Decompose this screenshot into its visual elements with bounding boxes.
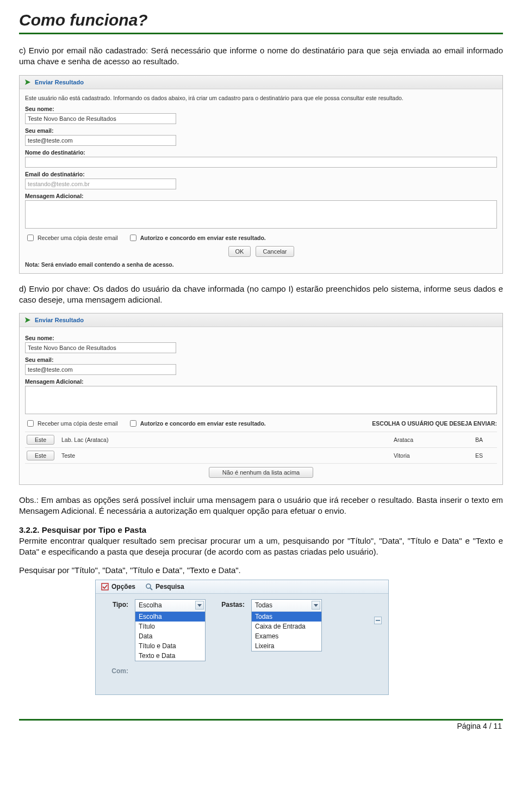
paragraph-d: d) Envio por chave: Os dados do usuário … (19, 284, 503, 306)
user-name: Lab. Lac (Arataca) (61, 436, 388, 443)
tipo-opt[interactable]: Título (135, 622, 205, 631)
paragraph-c: c) Envio por email não cadastrado: Será … (19, 45, 503, 67)
select-pastas-value: Todas (255, 601, 272, 609)
pastas-opt[interactable]: Exames (252, 631, 321, 641)
chk-copia-1-label: Receber uma cópia deste email (38, 235, 118, 241)
pesquisar-line: Pesquisar por "Título", "Data", "Título … (19, 565, 503, 576)
input-seu-nome-2[interactable] (25, 342, 176, 353)
label-email-dest: Email do destinatário: (25, 171, 497, 177)
label-tipo: Tipo: (102, 599, 128, 608)
este-button-0[interactable]: Este (27, 435, 54, 445)
svg-marker-0 (25, 79, 30, 85)
sec-322-title: 3.2.2. Pesquisar por Tipo e Pasta (19, 525, 146, 534)
collapse-icon[interactable] (374, 617, 382, 624)
send-arrow-icon (24, 316, 32, 324)
chk-autorizo-1[interactable]: Autorizo e concordo em enviar este resul… (128, 233, 266, 243)
svg-marker-6 (197, 604, 202, 607)
user-uf: ES (475, 452, 497, 459)
user-city: Vitoria (394, 452, 470, 459)
tab-opcoes-label: Opções (111, 583, 135, 590)
choose-user-label: ESCOLHA O USUÁRIO QUE DESEJA ENVIAR: (372, 420, 497, 427)
select-pastas[interactable]: Todas Todas Caixa de Entrada Exames Lixe… (251, 599, 322, 651)
label-msg-1: Mensagem Adicional: (25, 193, 497, 199)
panel-enviar-resultado-2: Enviar Resultado Seu nome: Seu email: Me… (19, 313, 503, 485)
user-city: Arataca (394, 436, 470, 443)
sec-322: 3.2.2. Pesquisar por Tipo e Pasta Permit… (19, 525, 503, 558)
chevron-down-icon[interactable] (312, 601, 320, 610)
chk-copia-2-label: Receber uma cópia deste email (38, 420, 118, 427)
ok-button-1[interactable]: OK (228, 246, 251, 257)
none-button[interactable]: Não é nenhum da lista acima (209, 467, 313, 478)
tipo-opt[interactable]: Escolha (135, 612, 205, 622)
chk-copia-1-box[interactable] (27, 235, 34, 241)
pastas-opt[interactable]: Caixa de Entrada (252, 622, 321, 631)
title-rule (19, 33, 503, 34)
page-footer: Página 4 / 11 (19, 722, 503, 730)
panel1-info: Este usuário não está cadastrado. Inform… (25, 95, 497, 101)
send-arrow-icon (24, 78, 32, 86)
label-seu-email-2: Seu email: (25, 356, 497, 363)
pastas-opt[interactable]: Lixeira (252, 641, 321, 651)
input-nome-dest[interactable] (25, 157, 497, 168)
label-seu-nome-2: Seu nome: (25, 335, 497, 341)
panel2-header: Enviar Resultado (20, 313, 502, 327)
label-seu-email-1: Seu email: (25, 127, 497, 134)
select-tipo[interactable]: Escolha Escolha Título Data Título e Dat… (135, 599, 206, 661)
cancel-button-1[interactable]: Cancelar (256, 246, 294, 257)
select-pastas-options: Todas Caixa de Entrada Exames Lixeira (252, 612, 321, 651)
input-seu-nome-1[interactable] (25, 113, 176, 124)
sec-322-body: Permite encontrar qualquer resultado sem… (19, 536, 503, 556)
chk-copia-1[interactable]: Receber uma cópia deste email (25, 233, 118, 243)
label-msg-2: Mensagem Adicional: (25, 378, 497, 385)
footer-rule (19, 719, 503, 721)
tipo-opt[interactable]: Data (135, 631, 205, 641)
page-title: Como funciona? (19, 11, 503, 29)
options-icon (101, 583, 109, 590)
select-tipo-options: Escolha Título Data Título e Data Texto … (135, 612, 205, 661)
tipo-opt[interactable]: Texto e Data (135, 651, 205, 661)
panel-enviar-resultado-1: Enviar Resultado Este usuário não está c… (19, 75, 503, 274)
svg-rect-5 (376, 620, 380, 621)
search-tabs: Opções Pesquisa (96, 580, 388, 594)
label-seu-nome-1: Seu nome: (25, 106, 497, 112)
textarea-msg-2[interactable] (25, 386, 497, 414)
panel2-title: Enviar Resultado (35, 317, 84, 323)
tipo-opt[interactable]: Título e Data (135, 641, 205, 651)
label-pastas: Pastas: (212, 599, 245, 608)
label-nome-dest: Nome do destinatário: (25, 149, 497, 156)
obs-paragraph: Obs.: Em ambas as opções será possível i… (19, 495, 503, 517)
chk-autorizo-1-label: Autorizo e concordo em enviar este resul… (140, 235, 266, 241)
label-com: Com: (102, 666, 128, 675)
panel1-header: Enviar Resultado (20, 76, 502, 89)
svg-marker-1 (25, 317, 30, 323)
svg-rect-2 (102, 583, 108, 590)
tab-pesquisa[interactable]: Pesquisa (145, 583, 184, 590)
svg-line-4 (150, 588, 152, 590)
input-seu-email-2[interactable] (25, 364, 176, 375)
panel1-title: Enviar Resultado (35, 79, 84, 85)
panel1-nota: Nota: Será enviado email contendo a senh… (25, 261, 497, 268)
chevron-down-icon[interactable] (195, 601, 204, 610)
select-tipo-value: Escolha (139, 601, 162, 609)
search-screenshot: Opções Pesquisa Tipo: Escolha (95, 580, 389, 695)
textarea-msg-1[interactable] (25, 200, 497, 229)
chk-autorizo-1-box[interactable] (130, 235, 136, 241)
chk-copia-2[interactable]: Receber uma cópia deste email (25, 419, 118, 428)
input-seu-email-1[interactable] (25, 135, 176, 146)
chk-autorizo-2-label: Autorizo e concordo em enviar este resul… (140, 420, 266, 427)
svg-marker-7 (314, 604, 318, 607)
user-name: Teste (61, 452, 388, 459)
este-button-1[interactable]: Este (27, 451, 54, 460)
chk-copia-2-box[interactable] (27, 420, 34, 427)
tab-opcoes[interactable]: Opções (101, 583, 135, 590)
input-email-dest[interactable] (25, 179, 176, 189)
user-row: Este Teste Vitoria ES (25, 447, 497, 463)
chk-autorizo-2-box[interactable] (130, 420, 136, 427)
tab-pesquisa-label: Pesquisa (156, 583, 184, 590)
user-row: Este Lab. Lac (Arataca) Arataca BA (25, 432, 497, 447)
pastas-opt[interactable]: Todas (252, 612, 321, 622)
search-icon (145, 583, 153, 590)
user-uf: BA (475, 436, 497, 443)
chk-autorizo-2[interactable]: Autorizo e concordo em enviar este resul… (128, 419, 266, 428)
svg-point-3 (146, 584, 151, 588)
